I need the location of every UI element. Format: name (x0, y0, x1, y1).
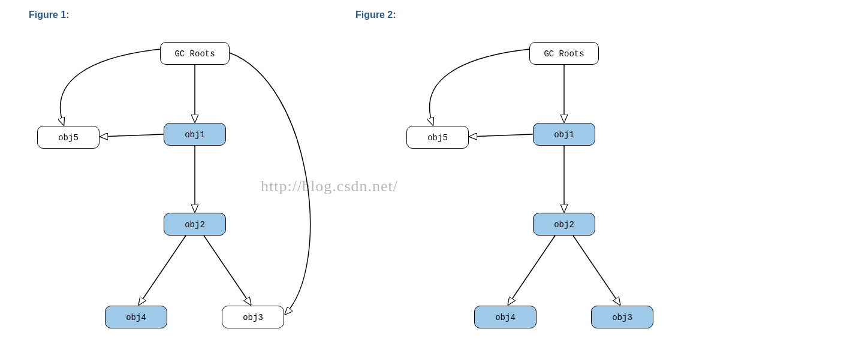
fig2-edge-obj2-obj3 (573, 236, 620, 304)
fig1-node-obj5: obj5 (37, 126, 100, 149)
fig2-node-obj3: obj3 (591, 306, 653, 328)
arrows-layer (0, 0, 868, 350)
diagram-page: Figure 1: Figure 2: http://blog.csdn.net… (0, 0, 868, 350)
figure1-title: Figure 1: (29, 10, 70, 20)
fig2-node-gc-roots: GC Roots (529, 42, 599, 65)
watermark-text: http://blog.csdn.net/ (261, 177, 398, 195)
fig1-edge-obj2-obj3 (204, 236, 251, 304)
fig1-node-obj3: obj3 (222, 306, 284, 328)
fig1-node-obj1: obj1 (164, 123, 226, 146)
fig2-node-obj1: obj1 (533, 123, 595, 146)
fig2-node-obj2: obj2 (533, 213, 595, 236)
fig1-edge-root-obj5 (61, 49, 160, 125)
fig2-edge-obj2-obj4 (508, 236, 555, 304)
fig2-node-obj4: obj4 (474, 306, 537, 328)
figure2-title: Figure 2: (355, 10, 396, 20)
fig2-edge-obj1-obj5 (470, 134, 533, 137)
fig1-edge-obj1-obj5 (101, 134, 164, 137)
fig1-edge-obj2-obj4 (139, 236, 186, 304)
fig1-node-obj2: obj2 (164, 213, 226, 236)
fig1-node-obj4: obj4 (105, 306, 167, 328)
fig1-node-gc-roots: GC Roots (160, 42, 230, 65)
fig2-edge-root-obj5 (430, 49, 529, 125)
fig2-node-obj5: obj5 (406, 126, 469, 149)
